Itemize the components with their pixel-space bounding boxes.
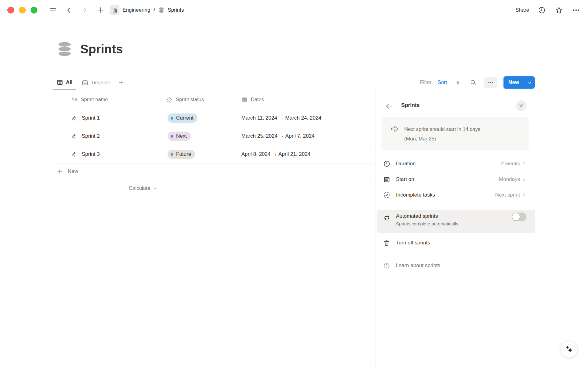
arrow-left-icon bbox=[385, 102, 393, 110]
forward-button[interactable] bbox=[80, 6, 89, 15]
hamburger-icon bbox=[49, 6, 57, 14]
back-button[interactable] bbox=[64, 6, 74, 15]
panel-close-button[interactable] bbox=[516, 100, 526, 111]
help-circle-icon: ? bbox=[383, 262, 390, 269]
repeat-icon bbox=[383, 214, 390, 221]
updates-button[interactable] bbox=[537, 6, 546, 15]
clock-icon bbox=[538, 6, 546, 14]
plus-icon bbox=[57, 168, 63, 174]
table-row: Sprint 3 Future April 8, 2024 → April 21… bbox=[53, 145, 375, 163]
notion-window: Engineering / Sprints Share Sprints bbox=[0, 0, 588, 368]
table-header-row: Aa Sprint name Sprint status Dates bbox=[53, 90, 375, 109]
setting-duration[interactable]: Duration 2 weeks bbox=[375, 156, 535, 171]
search-icon bbox=[470, 79, 477, 86]
topbar-actions: Share bbox=[515, 6, 581, 15]
calculate-button[interactable]: Calculate bbox=[53, 179, 162, 197]
new-entry-dropdown-button[interactable] bbox=[524, 76, 535, 89]
zoom-window-button[interactable] bbox=[31, 7, 37, 13]
filter-button[interactable]: Filter bbox=[420, 79, 432, 86]
checkbox-dashed-icon bbox=[383, 191, 390, 199]
tab-timeline[interactable]: Timeline bbox=[78, 75, 114, 90]
learn-about-sprints-link[interactable]: ? Learn about sprints bbox=[375, 259, 535, 273]
status-dot bbox=[171, 117, 173, 120]
sprint-name-link[interactable]: Sprint 2 bbox=[82, 133, 100, 139]
minimize-window-button[interactable] bbox=[19, 7, 26, 13]
setting-label: Duration bbox=[396, 161, 416, 167]
new-page-button[interactable] bbox=[96, 6, 105, 15]
view-options-button[interactable] bbox=[484, 77, 497, 88]
sprint-name-cell[interactable]: Sprint 2 bbox=[53, 127, 162, 145]
column-label: Sprint status bbox=[176, 97, 204, 102]
breadcrumb-separator: / bbox=[153, 7, 156, 13]
status-label: Current bbox=[176, 115, 194, 121]
chevron-right-icon bbox=[522, 193, 526, 197]
sprint-status-cell[interactable]: Next bbox=[162, 127, 237, 145]
setting-incomplete-tasks[interactable]: Incomplete tasks Next sprint bbox=[375, 187, 535, 203]
status-badge: Next bbox=[168, 132, 191, 141]
toggle-knob bbox=[512, 213, 520, 220]
view-bar: All Timeline Filter Sort New bbox=[53, 75, 535, 90]
lightning-icon bbox=[455, 79, 461, 86]
sprint-name-link[interactable]: Sprint 3 bbox=[82, 151, 100, 157]
status-spinner-icon bbox=[166, 96, 173, 103]
sprint-status-cell[interactable]: Current bbox=[162, 109, 237, 127]
next-sprint-notice: Next sprint should start in 14 days (Mon… bbox=[382, 117, 529, 150]
page-header: Sprints bbox=[57, 41, 123, 57]
automated-sprints-toggle[interactable] bbox=[512, 213, 526, 221]
panel-back-button[interactable] bbox=[385, 102, 393, 110]
content-bottom-divider bbox=[0, 361, 375, 361]
automated-sprints-label: Automated sprints bbox=[396, 213, 438, 219]
automations-button[interactable] bbox=[453, 78, 462, 87]
status-dot bbox=[171, 153, 173, 156]
close-icon bbox=[518, 103, 524, 108]
sprint-name-link[interactable]: Sprint 1 bbox=[82, 115, 100, 121]
breadcrumb-workspace[interactable]: Engineering bbox=[123, 7, 150, 13]
notice-line-1: Next sprint should start in 14 days bbox=[404, 125, 481, 134]
dates-cell[interactable]: March 25, 2024 → April 7, 2024 bbox=[237, 127, 375, 145]
automated-sprints-row[interactable]: Automated sprints Sprints complete autom… bbox=[377, 210, 535, 233]
panel-header: Sprints bbox=[375, 100, 535, 111]
calendar-icon bbox=[383, 176, 390, 183]
sprint-name-cell[interactable]: Sprint 1 bbox=[53, 109, 162, 127]
clock-icon bbox=[383, 160, 390, 167]
tab-all[interactable]: All bbox=[53, 75, 76, 90]
sprint-name-cell[interactable]: Sprint 3 bbox=[53, 145, 162, 163]
database-page-icon[interactable] bbox=[57, 41, 72, 57]
new-entry-button[interactable]: New bbox=[503, 76, 524, 89]
sort-button[interactable]: Sort bbox=[438, 79, 447, 86]
column-header-sprint-status[interactable]: Sprint status bbox=[162, 90, 237, 109]
new-entry-split-button: New bbox=[503, 76, 535, 89]
runner-icon bbox=[71, 115, 77, 121]
favorite-button[interactable] bbox=[554, 6, 564, 15]
traffic-lights bbox=[7, 7, 37, 13]
add-view-button[interactable] bbox=[116, 77, 126, 88]
sprint-status-cell[interactable]: Future bbox=[162, 145, 237, 163]
panel-divider bbox=[377, 254, 535, 254]
sprints-table: Aa Sprint name Sprint status Dates Sprin… bbox=[53, 90, 375, 197]
new-row-button[interactable]: New bbox=[53, 163, 375, 179]
breadcrumb-workspace-icon-badge[interactable] bbox=[110, 5, 119, 15]
notion-ai-button[interactable] bbox=[560, 341, 578, 358]
notice-line-2: (Mon, Mar 25) bbox=[404, 134, 481, 144]
tab-timeline-label: Timeline bbox=[91, 80, 111, 86]
dates-cell[interactable]: March 11, 2024 → March 24, 2024 bbox=[237, 109, 375, 127]
share-button[interactable]: Share bbox=[515, 7, 529, 13]
column-header-sprint-name[interactable]: Aa Sprint name bbox=[53, 90, 162, 109]
column-label: Sprint name bbox=[81, 97, 108, 102]
sprint-settings-panel: Sprints Next sprint should start in 14 d… bbox=[375, 90, 535, 368]
turn-off-sprints-button[interactable]: Turn off sprints bbox=[375, 235, 535, 251]
more-options-button[interactable] bbox=[571, 6, 581, 15]
setting-start-on[interactable]: Start on Mondays bbox=[375, 171, 535, 187]
close-window-button[interactable] bbox=[7, 7, 14, 13]
sparkles-icon bbox=[563, 343, 575, 355]
column-header-dates[interactable]: Dates bbox=[237, 90, 375, 109]
dates-cell[interactable]: April 8, 2024 → April 21, 2024 bbox=[237, 145, 375, 163]
chevron-down-icon bbox=[527, 80, 532, 85]
chevron-down-icon bbox=[153, 186, 157, 191]
page-title[interactable]: Sprints bbox=[80, 42, 123, 56]
sidebar-menu-button[interactable] bbox=[48, 6, 58, 15]
runner-icon bbox=[71, 151, 77, 158]
status-label: Next bbox=[176, 133, 187, 139]
breadcrumb-page[interactable]: Sprints bbox=[168, 7, 184, 13]
search-in-view-button[interactable] bbox=[469, 78, 478, 87]
